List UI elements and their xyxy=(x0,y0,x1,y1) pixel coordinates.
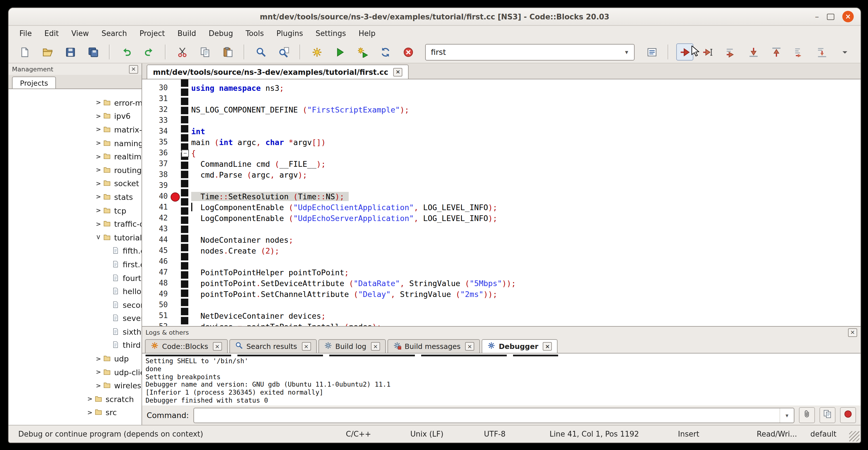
chevron-down-icon[interactable] xyxy=(836,43,853,61)
line-number[interactable]: 33 xyxy=(142,116,170,124)
maximize-icon[interactable] xyxy=(827,13,834,20)
code-line[interactable]: 50 xyxy=(142,299,861,310)
new-file-icon[interactable] xyxy=(16,43,33,61)
title-bar[interactable]: mnt/dev/tools/source/ns-3-dev/examples/t… xyxy=(8,8,861,26)
menu-settings[interactable]: Settings xyxy=(309,26,352,41)
tab-close-icon[interactable]: × xyxy=(213,342,222,351)
chevron-right-icon[interactable]: > xyxy=(95,382,102,389)
chevron-down-icon[interactable]: ▾ xyxy=(619,48,634,56)
code-line[interactable]: 42 LogComponentEnable ("UdpEchoServerApp… xyxy=(142,212,861,223)
code-line[interactable]: 44 NodeContainer nodes; xyxy=(142,234,861,245)
tree-item-wireless[interactable]: >wireless xyxy=(8,379,142,392)
save-icon[interactable] xyxy=(62,43,79,61)
tree-item-tcp[interactable]: >tcp xyxy=(8,204,142,217)
build-icon[interactable] xyxy=(308,43,325,61)
undo-icon[interactable] xyxy=(118,43,135,61)
resize-grip[interactable] xyxy=(849,431,860,442)
code-line[interactable]: 33 xyxy=(142,115,861,126)
chevron-right-icon[interactable]: > xyxy=(95,113,102,120)
code-line[interactable]: 37 CommandLine cmd (__FILE__); xyxy=(142,158,861,169)
line-number[interactable]: 48 xyxy=(142,279,170,287)
code-line[interactable]: 31 xyxy=(142,93,861,104)
line-number[interactable]: 36 xyxy=(142,148,170,157)
chevron-right-icon[interactable]: > xyxy=(95,193,102,201)
line-number[interactable]: 46 xyxy=(142,257,170,266)
editor-tab-first-cc[interactable]: mnt/dev/tools/source/ns-3-dev/examples/t… xyxy=(147,64,409,79)
line-number[interactable]: 41 xyxy=(142,203,170,211)
menu-plugins[interactable]: Plugins xyxy=(270,26,309,41)
code-editor[interactable]: 30using namespace ns3;3132NS_LOG_COMPONE… xyxy=(142,79,861,326)
code-line[interactable]: 45 nodes.Create (2); xyxy=(142,245,861,256)
tree-item-second-cc[interactable]: second.cc xyxy=(8,298,142,311)
tab-search-results[interactable]: Search results× xyxy=(229,339,317,353)
redo-icon[interactable] xyxy=(141,43,157,61)
menu-debug[interactable]: Debug xyxy=(202,26,239,41)
tab-projects[interactable]: Projects xyxy=(12,77,56,89)
tab-code-blocks[interactable]: Code::Blocks× xyxy=(145,339,228,353)
chevron-right-icon[interactable]: > xyxy=(95,220,102,228)
line-number[interactable]: 31 xyxy=(142,94,170,103)
menu-file[interactable]: File xyxy=(13,26,38,41)
menu-tools[interactable]: Tools xyxy=(239,26,270,41)
debug-continue-icon[interactable] xyxy=(676,43,693,61)
line-number[interactable]: 43 xyxy=(142,224,170,233)
tree-item-fifth-cc[interactable]: fifth.cc xyxy=(8,244,142,258)
step-into-instruction-icon[interactable] xyxy=(813,43,830,61)
code-line[interactable]: 34int xyxy=(142,126,861,137)
stop-debugger-button[interactable] xyxy=(840,407,856,423)
code-line[interactable]: 48 pointToPoint.SetDeviceAttribute ("Dat… xyxy=(142,277,861,289)
tab-debugger[interactable]: Debugger× xyxy=(482,339,558,353)
step-into-icon[interactable] xyxy=(745,43,762,61)
code-line[interactable]: 36{ xyxy=(142,147,861,158)
chevron-right-icon[interactable]: > xyxy=(95,167,102,174)
step-out-icon[interactable] xyxy=(768,43,785,61)
logs-close-icon[interactable]: × xyxy=(848,328,857,337)
line-number[interactable]: 37 xyxy=(142,159,170,168)
menu-edit[interactable]: Edit xyxy=(38,26,65,41)
run-icon[interactable] xyxy=(331,43,348,61)
code-line[interactable]: 49 pointToPoint.SetChannelAttribute ("De… xyxy=(142,289,861,299)
close-icon[interactable]: × xyxy=(842,11,854,22)
code-line[interactable]: 43 xyxy=(142,223,861,234)
line-number[interactable]: 35 xyxy=(142,138,170,146)
chevron-right-icon[interactable]: > xyxy=(95,207,102,214)
code-line[interactable]: 51 NetDeviceContainer devices; xyxy=(142,310,861,321)
tab-close-icon[interactable]: × xyxy=(302,342,311,351)
tab-build-log[interactable]: Build log× xyxy=(318,339,386,353)
open-files-list-icon[interactable] xyxy=(643,43,660,61)
line-number[interactable]: 32 xyxy=(142,105,170,114)
chevron-right-icon[interactable]: > xyxy=(86,409,94,416)
tree-item-udp[interactable]: >udp xyxy=(8,352,142,365)
tree-item-socket[interactable]: >socket xyxy=(8,177,142,190)
editor-tab-close-icon[interactable]: × xyxy=(394,68,403,76)
line-number[interactable]: 38 xyxy=(142,170,170,179)
line-number[interactable]: 40 xyxy=(142,192,170,201)
tree-item-realtime[interactable]: >realtime xyxy=(8,150,142,163)
build-and-run-icon[interactable] xyxy=(354,43,371,61)
code-line[interactable]: 46 xyxy=(142,256,861,267)
cut-icon[interactable] xyxy=(174,43,191,61)
chevron-right-icon[interactable]: > xyxy=(86,395,94,403)
line-number[interactable]: 49 xyxy=(142,290,170,298)
chevron-right-icon[interactable]: > xyxy=(95,99,102,107)
chevron-right-icon[interactable]: > xyxy=(95,180,102,187)
save-all-icon[interactable] xyxy=(85,43,101,61)
chevron-right-icon[interactable]: > xyxy=(95,139,102,147)
build-target-combobox[interactable]: first ▾ xyxy=(425,44,634,60)
line-number[interactable]: 42 xyxy=(142,214,170,222)
tree-item-scratch[interactable]: >scratch xyxy=(8,392,142,406)
tab-build-messages[interactable]: Build messages× xyxy=(388,339,480,353)
menu-view[interactable]: View xyxy=(65,26,95,41)
code-line[interactable]: 39 xyxy=(142,180,861,191)
line-number[interactable]: 44 xyxy=(142,235,170,244)
chevron-right-icon[interactable]: > xyxy=(95,355,102,362)
tree-item-tutorial[interactable]: >tutorial xyxy=(8,231,142,244)
tree-item-ipv6[interactable]: >ipv6 xyxy=(8,109,142,123)
menu-project[interactable]: Project xyxy=(133,26,171,41)
line-number[interactable]: 47 xyxy=(142,268,170,276)
rebuild-icon[interactable] xyxy=(377,43,394,61)
menu-help[interactable]: Help xyxy=(352,26,382,41)
menu-search[interactable]: Search xyxy=(95,26,133,41)
tree-item-routing[interactable]: >routing xyxy=(8,163,142,177)
paste-icon[interactable] xyxy=(219,43,236,61)
